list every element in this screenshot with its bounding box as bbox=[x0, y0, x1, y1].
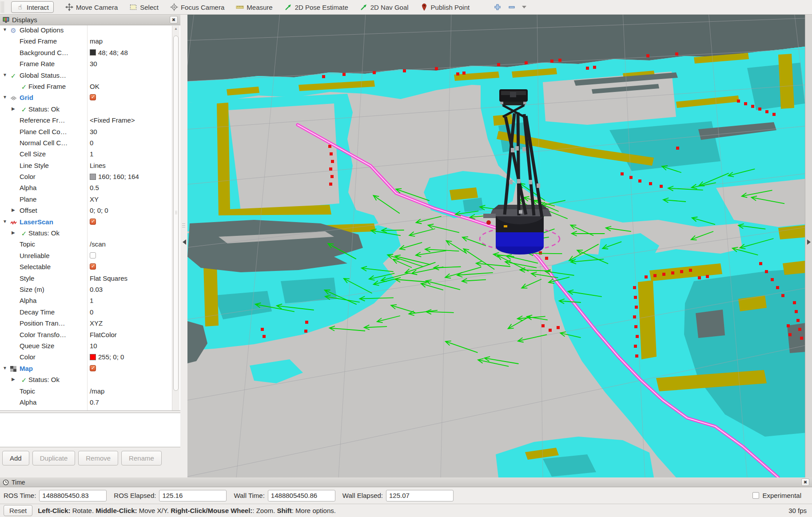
tree-row-reference-fr[interactable]: Reference Fr…<Fixed Frame> bbox=[0, 115, 171, 127]
expand-right-icon[interactable] bbox=[807, 239, 811, 245]
toolbar-interact[interactable]: ☝Interact bbox=[11, 1, 54, 13]
enabled-checkbox[interactable] bbox=[90, 94, 96, 100]
toolbar: ☝InteractMove CameraSelectFocus CameraMe… bbox=[0, 0, 812, 15]
tree-row-plane-cell-co[interactable]: Plane Cell Co…30 bbox=[0, 127, 171, 138]
tree-row-alpha[interactable]: Alpha0.5 bbox=[0, 183, 171, 194]
tree-row-status-ok[interactable]: ▶✓Status: Ok bbox=[0, 228, 171, 239]
splitter-grip[interactable] bbox=[182, 223, 185, 228]
select-icon bbox=[129, 3, 137, 11]
tree-row-size-m[interactable]: Size (m)0.03 bbox=[0, 285, 171, 296]
tree-row-map[interactable]: ▼Map bbox=[0, 364, 171, 375]
duplicate-button[interactable]: Duplicate bbox=[32, 451, 76, 465]
toolbar-publish-point[interactable]: Publish Point bbox=[420, 3, 470, 11]
color-swatch bbox=[90, 49, 96, 56]
tree-row-normal-cell-c[interactable]: Normal Cell C…0 bbox=[0, 138, 171, 149]
tree-row-fixed-frame[interactable]: ✓Fixed FrameOK bbox=[0, 82, 171, 93]
ros-time-input[interactable] bbox=[39, 490, 107, 501]
tree-row-cell-size[interactable]: Cell Size1 bbox=[0, 149, 171, 160]
tree-row-plane[interactable]: PlaneXY bbox=[0, 195, 171, 206]
tree-row-topic[interactable]: Topic/map bbox=[0, 386, 171, 398]
tree-row-queue-size[interactable]: Queue Size10 bbox=[0, 341, 171, 352]
tree-row-color[interactable]: Color255; 0; 0 bbox=[0, 352, 171, 363]
tree-row-topic[interactable]: Topic/scan bbox=[0, 239, 171, 251]
tree-scrollbar-thumb[interactable] bbox=[173, 36, 179, 391]
enabled-checkbox[interactable] bbox=[90, 365, 96, 371]
toolbar-focus-camera[interactable]: Focus Camera bbox=[170, 3, 224, 11]
tree-row-decay-time[interactable]: Decay Time0 bbox=[0, 307, 171, 318]
expander-closed-icon[interactable]: ▶ bbox=[12, 106, 15, 111]
property-description-box bbox=[0, 413, 180, 447]
tree-row-color[interactable]: Color160; 160; 164 bbox=[0, 172, 171, 183]
toolbar-move-camera[interactable]: Move Camera bbox=[65, 3, 118, 11]
reset-button[interactable]: Reset bbox=[4, 505, 32, 516]
tree-row-style[interactable]: StyleFlat Squares bbox=[0, 274, 171, 285]
tree-row-selectable[interactable]: Selectable bbox=[0, 262, 171, 273]
tree-row-color-transfo[interactable]: Color Transfo…FlatColor bbox=[0, 330, 171, 341]
tree-row-line-style[interactable]: Line StyleLines bbox=[0, 161, 171, 172]
toolbar-2d-nav-goal[interactable]: 2D Nav Goal bbox=[360, 3, 409, 11]
color-swatch bbox=[90, 354, 96, 360]
tree-row-global-status[interactable]: ▼✓Global Status… bbox=[0, 71, 171, 82]
tree-row-offset[interactable]: ▶Offset0; 0; 0 bbox=[0, 206, 171, 217]
tree-row-background-c[interactable]: Background C…48; 48; 48 bbox=[0, 48, 171, 59]
tree-row-unreliable[interactable]: Unreliable bbox=[0, 251, 171, 262]
toolbar-measure[interactable]: Measure bbox=[236, 3, 272, 11]
wall-time-input[interactable] bbox=[268, 490, 335, 501]
3d-viewport[interactable] bbox=[187, 15, 805, 477]
tree-row-frame-rate[interactable]: Frame Rate30 bbox=[0, 59, 171, 70]
tree-row-status-ok[interactable]: ▶✓Status: Ok bbox=[0, 104, 171, 115]
enabled-checkbox[interactable] bbox=[90, 219, 96, 225]
panel-splitter[interactable] bbox=[180, 15, 187, 477]
tree-row-status-ok[interactable]: ▶✓Status: Ok bbox=[0, 375, 171, 386]
wall-elapsed-input[interactable] bbox=[386, 490, 454, 501]
toolbar-drag-handle[interactable] bbox=[1, 1, 5, 13]
expander-closed-icon[interactable]: ▶ bbox=[12, 230, 15, 235]
wall-time-label: Wall Time: bbox=[234, 492, 264, 499]
remove-button[interactable]: Remove bbox=[78, 451, 118, 465]
hand-icon: ☝ bbox=[16, 3, 24, 11]
add-button[interactable]: Add bbox=[2, 451, 29, 465]
expander-open-icon[interactable]: ▼ bbox=[3, 366, 7, 370]
rviz-window: ☝InteractMove CameraSelectFocus CameraMe… bbox=[0, 0, 812, 517]
expander-closed-icon[interactable]: ▶ bbox=[12, 207, 15, 212]
tree-row-alpha[interactable]: Alpha1 bbox=[0, 296, 171, 307]
tree-scrollbar[interactable]: ▲ bbox=[172, 26, 179, 410]
status-bar: Reset Left-Click: Rotate. Middle-Click: … bbox=[0, 504, 812, 517]
toolbar-select[interactable]: Select bbox=[129, 3, 159, 11]
ros-elapsed-input[interactable] bbox=[159, 490, 227, 501]
move-camera-icon bbox=[65, 3, 73, 11]
time-panel-header: Time ✖ bbox=[0, 477, 812, 487]
displays-tree: ▼⚙Global OptionsFixed FramemapBackground… bbox=[0, 25, 180, 411]
tree-row-position-tran[interactable]: Position Tran…XYZ bbox=[0, 318, 171, 330]
expander-open-icon[interactable]: ▼ bbox=[3, 95, 7, 99]
tree-row-grid[interactable]: ▼Grid bbox=[0, 93, 171, 104]
toolbar-2d-pose-estimate[interactable]: 2D Pose Estimate bbox=[284, 3, 348, 11]
tool-options-caret-icon[interactable] bbox=[522, 6, 526, 8]
tree-row-color-sch[interactable]: Color Sch… bbox=[0, 409, 171, 411]
displays-close-icon[interactable]: ✖ bbox=[170, 16, 178, 24]
right-panel-collapsed[interactable] bbox=[805, 15, 812, 477]
expander-closed-icon[interactable]: ▶ bbox=[12, 377, 15, 382]
tree-row-laserscan[interactable]: ▼LaserScan bbox=[0, 217, 171, 228]
expander-open-icon[interactable]: ▼ bbox=[3, 219, 7, 224]
ros-elapsed-label: ROS Elapsed: bbox=[114, 492, 156, 499]
time-close-icon[interactable]: ✖ bbox=[801, 478, 809, 486]
expander-open-icon[interactable]: ▼ bbox=[3, 27, 7, 32]
robot-base-blue bbox=[496, 231, 544, 247]
add-tool-icon[interactable] bbox=[494, 3, 502, 11]
collapse-left-icon[interactable] bbox=[183, 239, 186, 245]
enabled-checkbox[interactable] bbox=[90, 252, 96, 258]
fps-counter: 30 fps bbox=[788, 507, 807, 514]
tree-row-alpha[interactable]: Alpha0.7 bbox=[0, 398, 171, 409]
enabled-checkbox[interactable] bbox=[90, 263, 96, 270]
tree-row-fixed-frame[interactable]: Fixed Framemap bbox=[0, 36, 171, 48]
experimental-checkbox[interactable] bbox=[752, 492, 759, 499]
remove-tool-icon[interactable] bbox=[508, 3, 516, 11]
rename-button[interactable]: Rename bbox=[121, 451, 162, 465]
tree-row-global-options[interactable]: ▼⚙Global Options bbox=[0, 25, 171, 36]
expander-open-icon[interactable]: ▼ bbox=[3, 72, 7, 77]
grid-icon bbox=[10, 93, 17, 103]
displays-panel-header: Displays ✖ bbox=[0, 15, 180, 25]
color-swatch bbox=[90, 174, 96, 180]
scrollbar-up-icon[interactable]: ▲ bbox=[174, 27, 178, 31]
